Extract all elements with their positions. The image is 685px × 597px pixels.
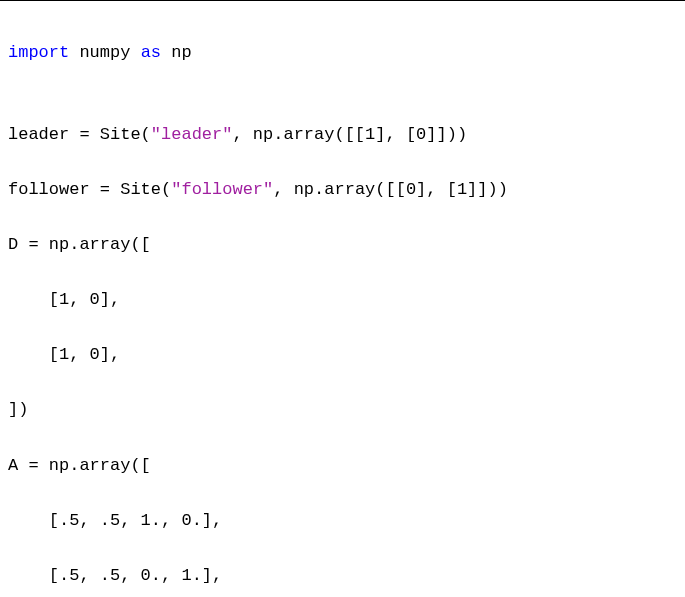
keyword-import: import [8, 43, 69, 62]
code-text: ]) [8, 400, 28, 419]
code-text: [.5, .5, 0., 1.], [8, 566, 222, 585]
string-literal: "leader" [151, 125, 233, 144]
code-text: follower = Site( [8, 180, 171, 199]
code-text: , np.array([[0], [1]])) [273, 180, 508, 199]
code-line: import numpy as np [8, 39, 677, 67]
code-line: ]) [8, 396, 677, 424]
code-text: leader = Site( [8, 125, 151, 144]
code-line: [.5, .5, 0., 1.], [8, 562, 677, 590]
code-text: [1, 0], [8, 345, 120, 364]
code-text: [1, 0], [8, 290, 120, 309]
code-text: [.5, .5, 1., 0.], [8, 511, 222, 530]
code-line: follower = Site("follower", np.array([[0… [8, 176, 677, 204]
code-line: leader = Site("leader", np.array([[1], [… [8, 121, 677, 149]
code-text: A = np.array([ [8, 456, 151, 475]
code-text: D = np.array([ [8, 235, 151, 254]
code-line: [.5, .5, 1., 0.], [8, 507, 677, 535]
string-literal: "follower" [171, 180, 273, 199]
code-block: import numpy as np leader = Site("leader… [0, 0, 685, 597]
code-text: np [161, 43, 192, 62]
code-line: A = np.array([ [8, 452, 677, 480]
code-line: [1, 0], [8, 341, 677, 369]
code-line: [1, 0], [8, 286, 677, 314]
code-line: D = np.array([ [8, 231, 677, 259]
code-text: , np.array([[1], [0]])) [232, 125, 467, 144]
code-text: numpy [69, 43, 140, 62]
keyword-as: as [141, 43, 161, 62]
